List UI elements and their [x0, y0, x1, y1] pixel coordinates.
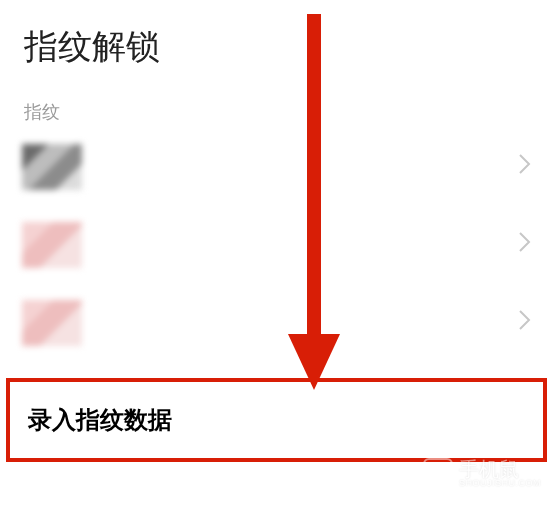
fingerprint-thumb	[22, 300, 82, 346]
watermark-text-en: SHOUJISHU.COM	[459, 479, 541, 488]
fingerprint-thumb	[22, 222, 82, 268]
svg-point-2	[438, 473, 448, 483]
chevron-right-icon	[519, 232, 531, 258]
chevron-right-icon	[519, 310, 531, 336]
chevron-right-icon	[519, 154, 531, 180]
add-fingerprint-row[interactable]: 录入指纹数据	[6, 378, 547, 462]
section-label: 指纹	[0, 70, 553, 128]
watermark-icon	[423, 458, 453, 488]
add-fingerprint-label: 录入指纹数据	[28, 406, 172, 433]
fingerprint-row[interactable]	[0, 284, 553, 362]
page-title: 指纹解锁	[0, 0, 553, 70]
svg-line-3	[433, 468, 439, 474]
fingerprint-row[interactable]	[0, 128, 553, 206]
fingerprint-thumb	[22, 144, 82, 190]
watermark: 手机鼠 SHOUJISHU.COM	[423, 458, 541, 488]
fingerprint-row[interactable]	[0, 206, 553, 284]
